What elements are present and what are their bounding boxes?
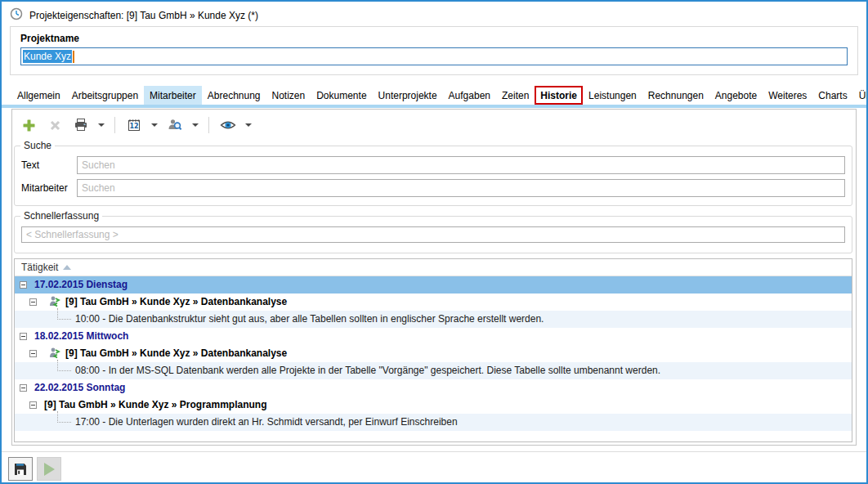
tab-historie[interactable]: Historie <box>535 86 583 105</box>
calendar-button[interactable]: 12 <box>123 114 145 137</box>
text-search-row: Text <box>21 156 845 174</box>
add-button[interactable] <box>17 114 40 137</box>
employee-search-button[interactable] <box>163 114 186 137</box>
bottom-button-bar <box>8 457 61 481</box>
window-title-bar: Projekteigenschaften: [9] Tau GmbH » Kun… <box>10 7 258 23</box>
tree-row-project[interactable]: [9] Tau GmbH » Kunde Xyz » Datenbankanal… <box>15 345 852 362</box>
text-caret <box>73 51 74 63</box>
tab-notizen[interactable]: Notizen <box>266 86 311 105</box>
tree-row-date[interactable]: 17.02.2015 Dienstag <box>15 276 852 294</box>
schnellerfassung-row <box>21 226 845 244</box>
print-button[interactable] <box>69 114 92 137</box>
tree-row-date[interactable]: 22.02.2015 Sonntag <box>15 379 852 397</box>
mitarbeiter-search-row: Mitarbeiter <box>21 179 845 197</box>
tab-mitarbeiter[interactable]: Mitarbeiter <box>144 86 202 105</box>
activity-icon <box>47 295 60 308</box>
tab-unterprojekte[interactable]: Unterprojekte <box>373 86 443 105</box>
tab-rechnungen[interactable]: Rechnungen <box>642 86 709 105</box>
tree-row-project[interactable]: [9] Tau GmbH » Kunde Xyz » Datenbankanal… <box>15 294 852 311</box>
tab-allgemein[interactable]: Allgemein <box>11 86 66 105</box>
bottom-separator <box>2 451 866 452</box>
tree-row-date[interactable]: 18.02.2015 Mittwoch <box>15 328 852 345</box>
printer-icon <box>74 118 88 132</box>
tab-aufgaben[interactable]: Aufgaben <box>443 86 496 105</box>
collapse-icon[interactable] <box>20 333 27 340</box>
view-dropdown[interactable] <box>243 114 254 136</box>
mitarbeiter-search-input[interactable] <box>77 179 845 197</box>
sort-ascending-icon <box>63 265 71 270</box>
projektname-value: Kunde Xyz <box>23 50 72 63</box>
text-search-input[interactable] <box>77 156 845 174</box>
play-icon <box>44 463 55 476</box>
project-label: [9] Tau GmbH » Kunde Xyz » Datenbankanal… <box>65 296 287 307</box>
historie-panel: 12 Suche Text <box>11 109 857 446</box>
tab-strip: Allgemein Arbeitsgruppen Mitarbeiter Abr… <box>2 83 866 108</box>
view-button[interactable] <box>217 114 239 137</box>
tree-branch-line <box>57 411 71 423</box>
tab-charts[interactable]: Charts <box>812 86 852 105</box>
tab-angebote[interactable]: Angebote <box>709 86 763 105</box>
tree-row-note[interactable]: 17:00 - Die Unterlagen wurden direkt an … <box>15 414 852 431</box>
employee-search-icon <box>168 118 182 132</box>
tab-abrechnung[interactable]: Abrechnung <box>202 86 266 105</box>
note-label: 08:00 - In der MS-SQL Datenbank werden a… <box>75 365 660 376</box>
project-properties-window: { "window": { "title": "Projekteigenscha… <box>0 0 868 484</box>
calendar-dropdown[interactable] <box>149 114 160 136</box>
project-label: [9] Tau GmbH » Kunde Xyz » Programmplanu… <box>44 399 266 410</box>
toolbar-separator <box>114 117 115 133</box>
print-dropdown[interactable] <box>96 114 107 136</box>
tab-uebersicht[interactable]: Übersicht <box>853 86 868 105</box>
project-label: [9] Tau GmbH » Kunde Xyz » Datenbankanal… <box>65 347 287 359</box>
tree-branch-line <box>57 308 71 320</box>
delete-x-icon <box>49 119 61 132</box>
collapse-icon[interactable] <box>29 401 37 409</box>
schnellerfassung-input[interactable] <box>21 226 845 243</box>
collapse-icon[interactable] <box>20 384 27 392</box>
toolbar: 12 <box>17 113 851 137</box>
note-label: 10:00 - Die Datenbankstruktur sieht gut … <box>75 313 544 325</box>
collapse-icon[interactable] <box>29 298 37 306</box>
projektname-panel: Projektname Kunde Xyz <box>10 26 858 75</box>
tree-row-note[interactable]: 08:00 - In der MS-SQL Datenbank werden a… <box>15 362 852 379</box>
schnellerfassung-legend: Schnellerfassung <box>20 210 102 222</box>
activity-icon <box>47 347 60 360</box>
mitarbeiter-search-label: Mitarbeiter <box>21 182 77 194</box>
delete-button[interactable] <box>43 114 66 137</box>
suche-group: Suche Text Mitarbeiter <box>14 146 852 206</box>
note-label: 17:00 - Die Unterlagen wurden direkt an … <box>75 416 458 428</box>
save-floppy-icon <box>13 462 28 477</box>
chevron-down-icon <box>245 123 252 127</box>
start-button-disabled[interactable] <box>37 457 61 481</box>
tab-dokumente[interactable]: Dokumente <box>311 86 372 105</box>
text-search-label: Text <box>21 159 77 171</box>
clock-icon <box>10 7 23 23</box>
projektname-label: Projektname <box>20 33 79 44</box>
date-label: 18.02.2015 Mittwoch <box>34 330 128 342</box>
svg-text:12: 12 <box>129 123 138 130</box>
calendar-icon: 12 <box>127 118 141 132</box>
tab-weiteres[interactable]: Weiteres <box>763 86 812 105</box>
collapse-icon[interactable] <box>29 350 37 357</box>
collapse-icon[interactable] <box>20 281 27 289</box>
tree-branch-line <box>57 360 71 371</box>
plus-icon <box>22 119 36 132</box>
toolbar-separator <box>208 117 209 133</box>
eye-icon <box>220 119 236 132</box>
tree-row-note[interactable]: 10:00 - Die Datenbankstruktur sieht gut … <box>15 311 852 328</box>
suche-legend: Suche <box>20 140 55 151</box>
tree-row-project[interactable]: [9] Tau GmbH » Kunde Xyz » Programmplanu… <box>15 397 852 414</box>
projektname-input[interactable]: Kunde Xyz <box>20 47 848 65</box>
save-button[interactable] <box>8 457 33 481</box>
chevron-down-icon <box>192 123 199 127</box>
taetigkeit-header-label: Tätigkeit <box>21 262 58 273</box>
date-label: 22.02.2015 Sonntag <box>34 382 125 393</box>
chevron-down-icon <box>98 123 105 127</box>
tab-leistungen[interactable]: Leistungen <box>583 86 642 105</box>
tab-arbeitsgruppen[interactable]: Arbeitsgruppen <box>66 86 144 105</box>
date-label: 17.02.2015 Dienstag <box>34 279 128 290</box>
tab-zeiten[interactable]: Zeiten <box>496 86 535 105</box>
schnellerfassung-group: Schnellerfassung <box>14 216 852 253</box>
chevron-down-icon <box>151 123 158 127</box>
employee-search-dropdown[interactable] <box>190 114 201 136</box>
taetigkeit-column-header[interactable]: Tätigkeit <box>15 259 852 276</box>
